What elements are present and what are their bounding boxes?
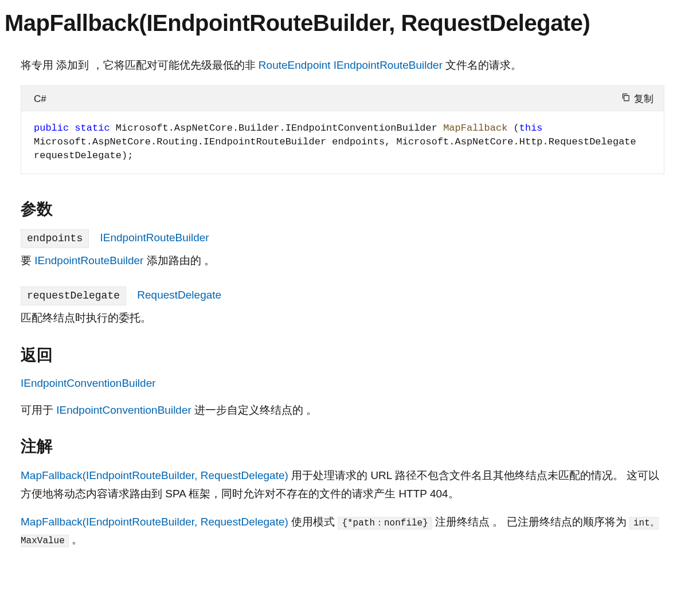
keyword-public: public <box>34 123 69 134</box>
remarks-p2: MapFallback(IEndpointRouteBuilder, Reque… <box>21 513 664 549</box>
keyword-static: static <box>75 123 109 134</box>
remarks-p1-link[interactable]: MapFallback(IEndpointRouteBuilder, Reque… <box>21 469 288 481</box>
param-endpoints-type-link[interactable]: IEndpointRouteBuilder <box>100 232 209 244</box>
endpoint-route-builder-link[interactable]: IEndpointRouteBuilder <box>334 59 443 71</box>
returns-desc: 可用于 IEndpointConventionBuilder 进一步自定义终结点… <box>21 402 664 419</box>
param-requestdelegate-name: requestDelegate <box>21 287 126 305</box>
param-endpoints-line: endpoints IEndpointRouteBuilder <box>21 229 664 248</box>
remarks-p2-text1: 使用模式 <box>288 516 338 528</box>
code-content: public static Microsoft.AspNetCore.Build… <box>21 111 664 174</box>
section-returns-heading: 返回 <box>21 343 664 367</box>
code-seg2: ( <box>507 123 519 134</box>
returns-type-link[interactable]: IEndpointConventionBuilder <box>21 375 664 392</box>
intro-prefix: 将专用 添加到 ，它将匹配对可能优先级最低的非 <box>21 59 259 71</box>
method-name: MapFallback <box>443 123 507 134</box>
code-seg1: Microsoft.AspNetCore.Builder.IEndpointCo… <box>110 123 444 134</box>
code-lang-label: C# <box>34 92 46 107</box>
copy-label: 复制 <box>634 92 653 107</box>
returns-desc-link[interactable]: IEndpointConventionBuilder <box>56 404 191 416</box>
remarks-p2-text3: 。 <box>69 533 83 546</box>
remarks-p2-code1: {*path：nonfile} <box>338 517 432 529</box>
remarks-p2-link[interactable]: MapFallback(IEndpointRouteBuilder, Reque… <box>21 516 288 528</box>
param-endpoints-desc-prefix: 要 <box>21 254 34 266</box>
param-endpoints-desc-link[interactable]: IEndpointRouteBuilder <box>34 254 143 266</box>
param-endpoints-name: endpoints <box>21 229 89 248</box>
route-endpoint-link[interactable]: RouteEndpoint <box>259 59 331 71</box>
copy-button[interactable]: 复制 <box>621 92 653 107</box>
section-params-heading: 参数 <box>21 197 664 221</box>
section-remarks-heading: 注解 <box>21 434 664 458</box>
param-endpoints-desc-suffix: 添加路由的 。 <box>143 254 215 266</box>
svg-rect-0 <box>624 95 629 100</box>
code-header: C# 复制 <box>21 86 664 112</box>
remarks-p2-text2: 注册终结点 。 已注册终结点的顺序将为 <box>432 516 629 528</box>
intro-suffix: 文件名的请求。 <box>443 59 522 71</box>
remarks-body: MapFallback(IEndpointRouteBuilder, Reque… <box>21 466 664 548</box>
remarks-p1: MapFallback(IEndpointRouteBuilder, Reque… <box>21 466 664 503</box>
param-requestdelegate-line: requestDelegate RequestDelegate <box>21 287 664 305</box>
param-requestdelegate-desc: 匹配终结点时执行的委托。 <box>21 310 664 327</box>
page-title: MapFallback(IEndpointRouteBuilder, Reque… <box>5 6 680 40</box>
keyword-this: this <box>519 123 543 134</box>
returns-desc-suffix: 进一步自定义终结点的 。 <box>191 404 318 416</box>
intro-paragraph: 将专用 添加到 ，它将匹配对可能优先级最低的非 RouteEndpoint IE… <box>21 57 664 74</box>
param-requestdelegate-type-link[interactable]: RequestDelegate <box>137 289 221 301</box>
copy-icon <box>621 92 631 107</box>
code-block: C# 复制 public static Microsoft.AspNetCore… <box>21 85 664 175</box>
returns-desc-prefix: 可用于 <box>21 404 56 416</box>
param-endpoints-desc: 要 IEndpointRouteBuilder 添加路由的 。 <box>21 253 664 269</box>
